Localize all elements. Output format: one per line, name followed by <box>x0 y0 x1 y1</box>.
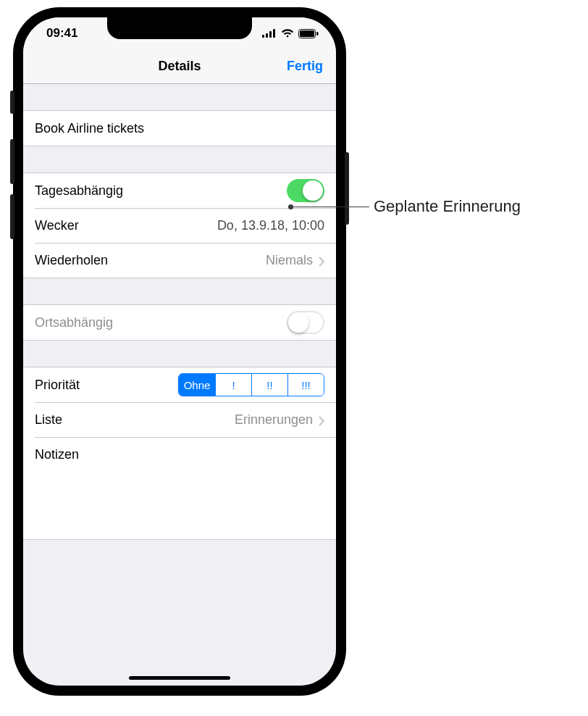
reminder-title-field[interactable]: Book Airline tickets <box>23 111 336 146</box>
priority-row: Priorität Ohne ! !! !!! <box>23 367 336 402</box>
battery-icon <box>298 29 319 38</box>
toggle-knob <box>303 180 323 201</box>
alarm-label: Wecker <box>35 218 79 233</box>
status-time: 09:41 <box>46 26 77 41</box>
done-button[interactable]: Fertig <box>287 59 323 74</box>
notch <box>107 17 252 39</box>
repeat-value: Niemals <box>266 253 313 268</box>
chevron-right-icon <box>319 255 324 265</box>
priority-option-high[interactable]: !!! <box>287 374 324 396</box>
priority-option-none[interactable]: Ohne <box>179 374 215 396</box>
screen: 09:41 <box>23 17 336 686</box>
svg-rect-2 <box>269 31 272 38</box>
priority-label: Priorität <box>35 378 80 393</box>
list-row[interactable]: Liste Erinnerungen <box>23 402 336 437</box>
notes-row[interactable]: Notizen <box>23 437 336 472</box>
date-section: Tagesabhängig Wecker Do, 13.9.18, 10:00 … <box>23 172 336 278</box>
repeat-row[interactable]: Wiederholen Niemals <box>23 243 336 278</box>
wifi-icon <box>281 29 294 38</box>
svg-rect-6 <box>316 32 319 36</box>
alarm-value: Do, 13.9.18, 10:00 <box>217 218 324 233</box>
location-based-toggle[interactable] <box>287 311 324 334</box>
iphone-frame: 09:41 <box>13 7 346 696</box>
svg-rect-3 <box>273 29 275 38</box>
power-button <box>345 152 349 225</box>
svg-rect-5 <box>300 30 314 37</box>
volume-down-button <box>10 194 14 239</box>
list-value: Erinnerungen <box>235 412 313 428</box>
notes-label: Notizen <box>35 447 79 462</box>
section-gap <box>23 146 336 172</box>
section-gap <box>23 278 336 304</box>
location-based-label: Ortsabhängig <box>35 315 113 330</box>
volume-up-button <box>10 139 14 184</box>
priority-option-med[interactable]: !! <box>251 374 287 396</box>
day-based-label: Tagesabhängig <box>35 183 123 199</box>
repeat-label: Wiederholen <box>35 253 108 268</box>
nav-title: Details <box>158 59 201 74</box>
priority-segmented[interactable]: Ohne ! !! !!! <box>178 373 324 396</box>
day-based-row: Tagesabhängig <box>23 173 336 208</box>
meta-section: Priorität Ohne ! !! !!! Liste Erinnerung… <box>23 367 336 472</box>
home-indicator[interactable] <box>129 676 230 680</box>
toggle-knob <box>288 312 308 333</box>
location-based-row: Ortsabhängig <box>23 305 336 340</box>
silence-switch <box>10 91 14 114</box>
location-section: Ortsabhängig <box>23 304 336 341</box>
cell-signal-icon <box>262 29 277 38</box>
chevron-right-icon <box>319 415 324 425</box>
title-section: Book Airline tickets <box>23 110 336 146</box>
status-icons <box>262 29 319 38</box>
callout-text: Geplante Erinnerung <box>374 197 521 216</box>
alarm-row[interactable]: Wecker Do, 13.9.18, 10:00 <box>23 208 336 243</box>
nav-bar: Details Fertig <box>23 49 336 84</box>
day-based-toggle[interactable] <box>287 179 324 202</box>
list-label: Liste <box>35 412 62 428</box>
svg-rect-1 <box>266 33 268 38</box>
section-gap <box>23 84 336 110</box>
svg-rect-0 <box>262 35 264 38</box>
reminder-title-text: Book Airline tickets <box>35 121 144 136</box>
priority-option-low[interactable]: ! <box>215 374 251 396</box>
section-gap <box>23 341 336 367</box>
notes-field[interactable] <box>23 472 336 540</box>
